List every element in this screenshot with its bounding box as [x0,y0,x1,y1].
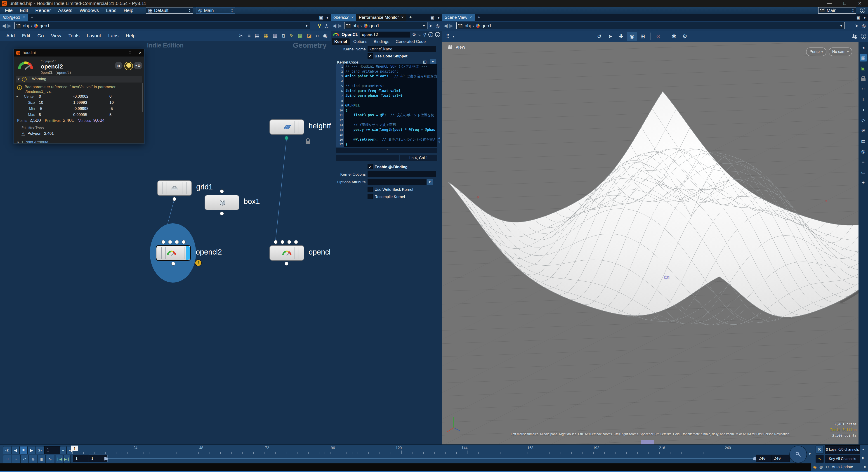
scoped-channels-icon[interactable]: ∿ [815,454,824,463]
grid1-output-connector[interactable] [173,197,176,201]
folder-tab-generated-code[interactable]: Generated Code [393,38,428,45]
realtime-icon[interactable]: ⊕ [29,455,37,463]
breadcrumb-current[interactable]: geo1 [39,23,50,29]
breadcrumb-dropdown-icon[interactable]: ▼ [305,24,308,28]
key-options-dropdown[interactable]: ▼ [808,452,811,456]
node-info-window[interactable]: @ houdini — □ ✕ /obj/geo1/ opencl2 OpenC… [13,49,145,144]
opencl2-input3-connector[interactable] [175,240,179,244]
code-language-dropdown[interactable]: ▼ [430,59,436,65]
enable-binding-checkbox[interactable]: ✓ [368,164,373,169]
scroll-down-icon[interactable]: ▼ [438,140,440,144]
snap-icon[interactable]: ▣ [860,65,867,72]
node-opencl1[interactable] [270,245,304,261]
info-minimize-icon[interactable]: — [118,51,121,55]
pane-menu-icon[interactable]: ▾ [437,15,440,20]
opencl2-input1-connector[interactable] [161,240,165,244]
tab-close-icon[interactable]: ✕ [401,15,404,19]
prev-keyframe-button[interactable]: ❘◀ [56,455,63,463]
shelf-spinner[interactable]: ▲▼ [231,8,233,12]
opencl2-input4-connector[interactable] [182,240,186,244]
range-slider-track[interactable] [106,458,754,459]
projection-selector[interactable]: Persp▾ [806,48,827,56]
desktop-spinner[interactable]: ▲▼ [188,8,191,12]
multiline-expand-icon[interactable]: ⊞ [423,59,427,65]
multi-user-icon[interactable] [852,34,857,39]
camera-lock-icon[interactable]: ◎ [860,148,867,155]
folder-tab-bindings[interactable]: Bindings [371,38,392,45]
display-options-icon[interactable]: ⚙ [680,32,690,41]
scroll-up-icon[interactable]: ▲ [438,136,440,139]
construction-plane-handle[interactable] [641,440,654,444]
interrupt-icon[interactable]: ◉ [813,465,817,470]
radial-menu-icon[interactable]: ◎ [862,23,866,29]
write-back-checkbox[interactable] [368,187,373,192]
flipbook-icon[interactable]: ✱ [669,32,679,41]
net-menu-layout[interactable]: Layout [83,33,105,38]
grid-toggle-icon[interactable]: ▤ [860,137,867,145]
range-slider-right-handle[interactable] [753,457,756,461]
keys-spinner[interactable]: ▲ [862,447,865,451]
hint-bulb-button[interactable] [124,62,133,70]
search-icon[interactable]: ⚲ [423,32,427,37]
window-minimize-button[interactable]: — [827,1,832,6]
info-scrollbar[interactable] [142,83,143,112]
snapshot-icon[interactable]: ▭ [860,169,867,176]
pane-maximize-icon[interactable]: ▣ [857,15,861,20]
pane-maximize-icon[interactable]: ▣ [319,15,323,20]
net-menu-tools[interactable]: Tools [65,33,83,38]
pause-cooking-button[interactable]: ▮▮ [115,62,123,69]
camera-view-label[interactable]: View [448,45,465,50]
back-icon[interactable]: ◀ [333,23,336,29]
new-tab-button[interactable]: + [406,14,414,21]
radial-menu-icon[interactable]: ◎ [436,23,440,29]
find-icon[interactable]: ○ [316,33,319,39]
opencl1-input3-connector[interactable] [287,240,291,244]
lighting-icon[interactable]: ☀ [860,127,867,134]
options-attribute-dropdown[interactable]: ▼ [427,179,433,185]
handles-tool-icon[interactable]: ✚ [616,32,626,41]
step-back-button[interactable]: « [60,446,66,454]
scene-breadcrumb[interactable]: obj › geo1 ▼ [456,22,845,29]
forward-icon[interactable]: ▶ [338,23,342,29]
main-desktop-spinner[interactable]: ▲▼ [852,8,854,12]
recompile-checkbox[interactable] [368,194,373,199]
box1-output-connector[interactable] [220,212,224,215]
node-box1[interactable] [205,195,239,210]
new-tab-button[interactable]: + [475,14,483,21]
opencl1-input2-connector[interactable] [281,240,284,244]
view-options-icon[interactable]: ≡ [860,158,867,165]
list-view-icon[interactable]: ▤ [255,33,260,39]
net-menu-add[interactable]: Add [3,33,18,38]
net-menu-go[interactable]: Go [34,33,48,38]
bundle-icon[interactable]: ◪ [307,33,312,39]
key-all-channels-button[interactable]: Key All Channels [825,454,860,463]
current-frame-flag[interactable]: 1 [71,445,78,452]
node-heightfield[interactable] [270,119,304,135]
desktop-selector[interactable]: ▦ Default ▲▼ [146,7,193,13]
pane-maximize-icon[interactable]: ▣ [430,15,434,20]
opencl2-output-connector[interactable] [171,262,175,265]
timeline-ruler[interactable]: 1 24487296120144168192216240 [72,446,728,454]
folder-tab-options[interactable]: Options [350,38,370,45]
menu-edit[interactable]: Edit [16,8,32,13]
grid-layout-icon[interactable]: ▩ [273,33,278,39]
menu-file[interactable]: File [1,8,16,13]
viewport-help-icon[interactable]: ? [861,34,866,39]
window-maximize-button[interactable]: □ [843,1,846,6]
kernel-code-editor[interactable]: 1234567891011121314151617 // --- Houdini… [336,64,437,147]
kernel-name-input[interactable]: kernelName [368,46,436,52]
netbox-icon[interactable]: ⧉ [282,33,285,39]
net-menu-edit[interactable]: Edit [18,33,34,38]
opencl1-input4-connector[interactable] [294,240,298,244]
shelf-selector[interactable]: ◎ Main ▲▼ [196,7,235,13]
tick-settings-icon[interactable]: ▥ [37,455,46,463]
channel-scope-icon[interactable]: ⇱ [815,445,824,454]
tab-close-icon[interactable]: ✕ [351,15,353,19]
audio-icon[interactable]: ♪ [12,455,20,463]
node-grid1[interactable] [157,180,192,196]
heightfield-output-connector[interactable] [285,136,288,140]
clean-pan-icon[interactable]: ⌣ [418,32,421,37]
breadcrumb-dropdown-icon[interactable]: ▼ [423,24,426,28]
lock-icon[interactable] [860,75,867,82]
main-desktop-selector[interactable]: Main ▲▼ [818,7,856,13]
